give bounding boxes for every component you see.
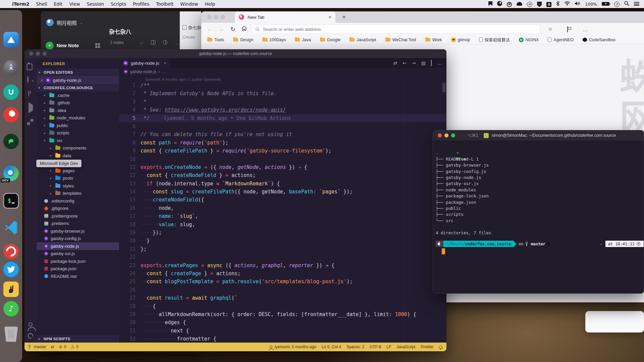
forward-button[interactable]: →	[217, 26, 225, 33]
vscode-traffic-lights[interactable]	[29, 52, 47, 56]
dock-blue-app[interactable]	[2, 31, 20, 48]
menu-window[interactable]: Window	[177, 1, 201, 7]
code-line-26[interactable]: 26	[119, 286, 446, 294]
menu-shell[interactable]: Shell	[33, 1, 50, 7]
tab-close-icon[interactable]: ×	[164, 61, 167, 66]
code-line-20[interactable]: 20··}	[119, 237, 446, 245]
minimize-window-button[interactable]	[444, 133, 448, 137]
code-line-8[interactable]: 8const path = require('path');	[119, 139, 446, 147]
back-button[interactable]: ←	[206, 26, 214, 33]
dock-edge-dev-app[interactable]: DEV	[2, 165, 20, 182]
dock-vscode-app[interactable]	[2, 219, 20, 236]
dock-red-circle-app[interactable]	[2, 243, 20, 260]
status-utf-8[interactable]: UTF-8	[370, 345, 381, 349]
npm-scripts-header[interactable]: ▸ NPM SCRIPTS	[37, 335, 119, 343]
menubar-sync-arrows-icon[interactable]: ⇄	[527, 1, 532, 7]
tree-item-styles[interactable]: ▸styles	[37, 182, 119, 190]
go-forward-icon[interactable]: →	[412, 60, 416, 66]
bookmark-codesandbox[interactable]: CodeSandbox	[583, 38, 615, 42]
menubar-spotlight-search-icon[interactable]	[624, 1, 629, 7]
menubar-bluetooth-icon[interactable]	[556, 1, 559, 7]
debug-icon[interactable]	[27, 105, 34, 112]
tree-item-.idea[interactable]: ▸.idea	[37, 107, 119, 114]
tab-close-icon[interactable]: ×	[329, 14, 331, 20]
menu-view[interactable]: View	[66, 1, 83, 7]
search-input[interactable]	[262, 26, 536, 32]
source-control-icon[interactable]	[27, 91, 34, 98]
menu-edit[interactable]: Edit	[50, 1, 66, 7]
bookmark-agentneo[interactable]: AgentNEO	[548, 38, 574, 42]
code-line-7[interactable]: 7// You can delete this file if you're n…	[119, 130, 446, 138]
status-lyemoml-5-months-ago[interactable]: lyemoml, 5 months ago	[270, 345, 316, 349]
code-line-12[interactable]: 12··const { createNodeField } = actions;	[119, 171, 446, 179]
favorites-star-icon[interactable]: ☆	[548, 26, 552, 32]
bookmark-google[interactable]: Google	[320, 38, 340, 42]
dock-red-bird-app[interactable]	[2, 106, 20, 123]
project-header[interactable]: ▾ CODERFEE.COM.SOURCE	[37, 84, 119, 92]
code-line-9[interactable]: 9const { createFilePath } = require('gat…	[119, 147, 446, 155]
menu-help[interactable]: Help	[202, 1, 219, 7]
terminal-titlebar[interactable]: ⌥⌘1 ›_ simon@SimonMac: ~/Documents/com.g…	[433, 130, 644, 140]
vscode-titlebar[interactable]: gatsby-node.js — coderfee.com.source	[24, 49, 446, 58]
tree-item-.editorconfig[interactable]: .editorconfig	[37, 197, 119, 205]
tree-item-scripts[interactable]: ▸scripts	[37, 129, 119, 137]
dock-trash[interactable]	[2, 325, 20, 343]
tree-item-gatsby-config.js[interactable]: Ggatsby-config.js	[37, 235, 119, 243]
bookmark-javascript[interactable]: JavaScript	[350, 38, 376, 42]
code-line-1[interactable]: 1/**	[119, 81, 446, 89]
dock-twitter-app[interactable]	[2, 261, 20, 278]
menu-profiles[interactable]: Profiles	[129, 1, 153, 7]
code-line-32[interactable]: 32············frontmatter {	[119, 335, 446, 343]
editor-scrollbar[interactable]	[442, 82, 446, 93]
tree-item-templates[interactable]: ▸templates	[37, 190, 119, 197]
bookmark-java[interactable]: Java	[295, 38, 311, 42]
code-line-3[interactable]: 3·*	[119, 98, 446, 106]
editor-tab[interactable]: G gatsby-node.js ×	[119, 58, 171, 68]
collections-icon[interactable]	[567, 26, 568, 32]
terminal-body[interactable]: ›› tree -L 1 .├── README.md├── gatsby-br…	[433, 140, 644, 254]
close-icon[interactable]: ×	[41, 78, 43, 83]
code-line-15[interactable]: 15····createNodeField({	[119, 196, 446, 204]
code-line-10[interactable]: 10	[119, 155, 446, 163]
code-line-11[interactable]: 11exports.onCreateNode = ({ node, getNod…	[119, 163, 446, 171]
status-ln-5-col-4[interactable]: Ln 5, Col 4	[322, 345, 341, 349]
bookmark-design[interactable]: Design	[233, 38, 253, 42]
share-icon[interactable]	[163, 40, 167, 45]
menubar-menu-list-icon[interactable]	[634, 1, 639, 7]
status-errors[interactable]: ⊘0	[59, 345, 66, 349]
more-actions-icon[interactable]: …	[437, 60, 442, 66]
dock-launchpad-rocket[interactable]	[2, 59, 20, 76]
browser-tab[interactable]: New Tab ×	[235, 11, 335, 23]
code-line-14[interactable]: 14····const slug = createFilePath({ node…	[119, 188, 446, 196]
dock-hand-gesture-app[interactable]	[2, 281, 20, 298]
bookmark-work[interactable]: Work	[425, 38, 442, 42]
code-line-5[interactable]: 5·*/lyemoml, 5 months ago • Use GitHub A…	[119, 114, 446, 122]
zoom-window-button[interactable]	[221, 15, 225, 19]
breadcrumb-file[interactable]: gatsby-node.js	[130, 69, 156, 74]
code-line-24[interactable]: 24··const { createPage } = actions;	[119, 269, 446, 278]
address-bar[interactable]	[252, 24, 540, 34]
close-window-button[interactable]	[438, 133, 442, 137]
code-line-2[interactable]: 2·* Implement Gatsby's Node APIs in this…	[119, 89, 446, 98]
status-git-branch[interactable]: master	[29, 345, 46, 349]
tree-item-gatsby-ssr.js[interactable]: Ggatsby-ssr.js	[37, 250, 119, 258]
code-line-25[interactable]: 25··const blogPostTemplate = path.resolv…	[119, 278, 446, 286]
menubar-app-flag-icon[interactable]	[488, 1, 492, 7]
code-line-31[interactable]: 31··········next {	[119, 327, 446, 335]
code-line-4[interactable]: 4·* See: https://www.gatsbyjs.org/docs/n…	[119, 106, 446, 114]
tree-item-.github[interactable]: ▸.github	[37, 99, 119, 107]
open-changes-icon[interactable]: ⇄	[393, 60, 397, 66]
code-line-21[interactable]: 21};	[119, 245, 446, 253]
code-line-13[interactable]: 13··if (node.internal.type ≡ `MarkdownRe…	[119, 180, 446, 188]
bookmark-tools[interactable]: Tools	[207, 38, 224, 42]
zoom-window-button[interactable]	[451, 133, 455, 137]
codelens[interactable]: lyemoml, 4 months ago | 1 author (lyemom…	[119, 75, 446, 81]
dock-music-app[interactable]: ♪	[2, 300, 20, 317]
reload-button[interactable]: ↻	[229, 26, 237, 33]
bookmark-gitmoji[interactable]: gitmoji	[451, 38, 470, 42]
menu-scripts[interactable]: Scripts	[107, 1, 129, 7]
new-tab-button[interactable]: +	[342, 13, 346, 21]
tree-item-.prettierrc[interactable]: .prettierrc	[37, 220, 119, 228]
grid-icon[interactable]	[151, 40, 155, 45]
bookmark-100days[interactable]: 100Days	[262, 38, 286, 42]
